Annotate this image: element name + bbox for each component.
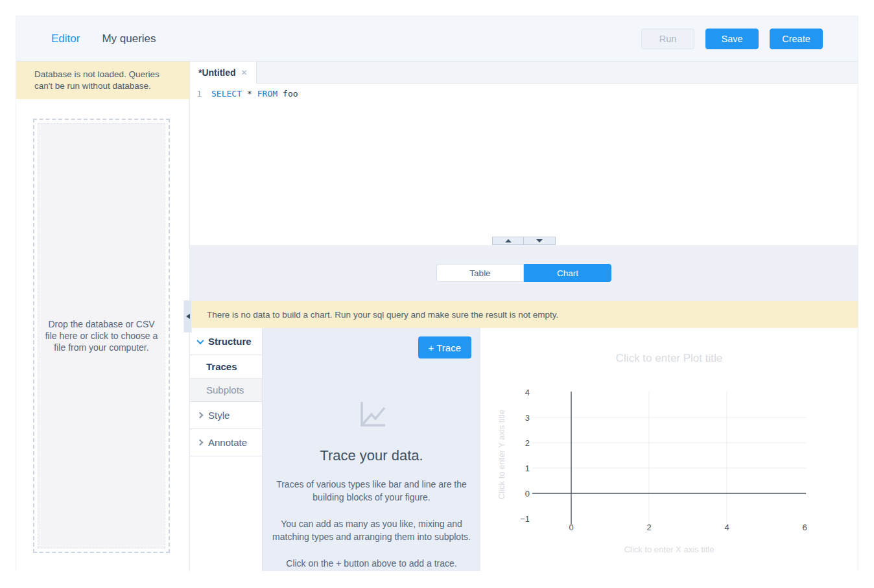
trace-help-paragraph: You can add as many as you like, mixing … [268, 517, 475, 543]
trace-help-paragraph: Traces of various types like bar and lin… [268, 478, 475, 504]
sql-editor[interactable]: 1 SELECT*FROMfoo [190, 84, 858, 237]
query-tab-untitled[interactable]: *Untitled ✕ [190, 62, 257, 84]
y-tick: −1 [520, 514, 530, 524]
sidebar-item-annotate[interactable]: Annotate [190, 429, 262, 456]
sidebar-item-style[interactable]: Style [190, 402, 262, 429]
file-dropzone[interactable]: Drop the database or CSV file here or cl… [33, 119, 170, 553]
x-tick: 0 [569, 523, 573, 532]
chart-editor: Structure Traces Subplots Style Annota [190, 328, 858, 571]
app-window: Editor My queries Run Save Create Databa… [16, 16, 858, 571]
sidebar-item-traces[interactable]: Traces [190, 355, 262, 379]
y-tick: 3 [525, 413, 530, 423]
add-trace-button[interactable]: + Trace [418, 336, 471, 359]
run-button[interactable]: Run [641, 29, 694, 49]
pane-splitter[interactable] [190, 237, 858, 245]
x-tick: 2 [646, 523, 651, 532]
x-axis-ticks: 0 2 4 6 [569, 523, 807, 532]
annotate-label: Annotate [208, 437, 247, 448]
table-view-button[interactable]: Table [436, 264, 524, 282]
traces-panel: + Trace Trace your data. Traces of vario… [263, 328, 480, 571]
sql-star: * [247, 89, 252, 99]
chart-line-icon [356, 398, 387, 429]
chevron-right-icon [197, 440, 204, 446]
x-axis-title-placeholder[interactable]: Click to enter X axis title [624, 545, 715, 554]
app-header: Editor My queries Run Save Create [16, 16, 858, 62]
tab-my-queries[interactable]: My queries [102, 32, 156, 45]
tab-editor[interactable]: Editor [51, 32, 80, 45]
query-tab-title: *Untitled [198, 67, 236, 78]
x-tick: 6 [802, 523, 807, 532]
triangle-down-icon [536, 239, 543, 242]
dropzone-label: Drop the database or CSV file here or cl… [43, 318, 160, 353]
sql-keyword-select: SELECT [211, 89, 242, 99]
close-icon[interactable]: ✕ [241, 68, 248, 77]
chevron-right-icon [197, 412, 204, 419]
results-panel: Table Chart [190, 245, 858, 301]
subplots-label: Subplots [206, 384, 244, 395]
view-toggle: Table Chart [436, 264, 611, 282]
code-line: 1 SELECT*FROMfoo [190, 88, 858, 100]
expand-editor-button[interactable] [492, 237, 524, 245]
main-nav: Editor My queries [51, 32, 156, 45]
chart-view-button[interactable]: Chart [524, 264, 611, 282]
sql-table-name: foo [283, 89, 298, 99]
no-data-warning-text: There is no data to build a chart. Run y… [207, 310, 558, 320]
y-tick: 4 [525, 388, 530, 397]
sidebar-item-subplots[interactable]: Subplots [190, 379, 262, 402]
database-warning: Database is not loaded. Queries can't be… [16, 62, 189, 99]
query-tabbar: *Untitled ✕ [190, 62, 858, 84]
plot-gridlines [532, 392, 806, 524]
y-tick: 1 [525, 464, 530, 473]
save-button[interactable]: Save [705, 29, 759, 49]
no-data-warning: There is no data to build a chart. Run y… [190, 301, 858, 328]
empty-plot: Click to enter Plot title Click to enter… [480, 328, 859, 572]
expand-results-button[interactable] [524, 237, 556, 245]
traces-label: Traces [206, 361, 237, 372]
chevron-down-icon [196, 336, 204, 344]
style-label: Style [208, 410, 230, 421]
triangle-up-icon [505, 239, 512, 242]
sql-keyword-from: FROM [257, 89, 278, 99]
y-axis-title-placeholder[interactable]: Click to enter Y axis title [497, 410, 506, 499]
database-sidebar: Database is not loaded. Queries can't be… [16, 62, 190, 571]
structure-label: Structure [208, 336, 252, 347]
file-dropzone-inner[interactable]: Drop the database or CSV file here or cl… [38, 123, 165, 548]
y-axis-ticks: 4 3 2 1 0 −1 [520, 388, 530, 524]
collapse-sidebar-handle[interactable] [183, 300, 192, 333]
chart-editor-sidebar: Structure Traces Subplots Style Annota [190, 328, 263, 571]
trace-empty-title: Trace your data. [263, 447, 480, 464]
plot-preview: Click to enter Plot title Click to enter… [480, 328, 858, 571]
plot-title-placeholder[interactable]: Click to enter Plot title [616, 352, 722, 364]
y-tick: 2 [525, 438, 530, 448]
line-number: 1 [190, 88, 202, 100]
plot-zerolines [532, 392, 806, 524]
collapse-left-icon [186, 314, 190, 319]
header-buttons: Run Save Create [641, 29, 823, 49]
create-button[interactable]: Create [770, 29, 823, 49]
y-tick: 0 [525, 489, 530, 499]
sql-code: SELECT*FROMfoo [211, 88, 298, 100]
sidebar-item-structure[interactable]: Structure [190, 328, 262, 355]
x-tick: 4 [724, 523, 729, 532]
trace-help-paragraph: Click on the + button above to add a tra… [268, 557, 475, 570]
